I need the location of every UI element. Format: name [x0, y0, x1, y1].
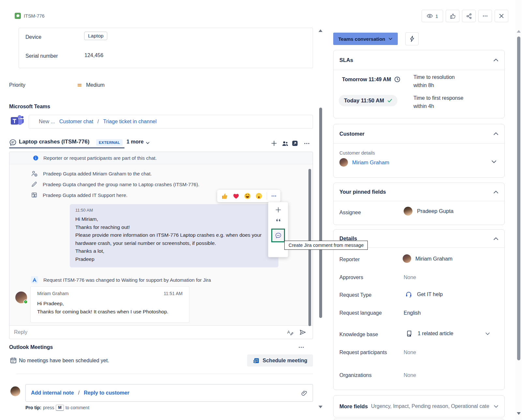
pinned-fields-header[interactable]: Your pinned fields [334, 183, 504, 201]
chat-more-icon[interactable] [304, 142, 310, 144]
scroll-thumb[interactable] [319, 108, 322, 318]
chat-bubble-icon [9, 139, 17, 146]
close-button[interactable] [495, 10, 508, 22]
outlook-calendar-icon [253, 357, 260, 364]
info-icon [33, 155, 38, 161]
customer-header[interactable]: Customer [334, 124, 504, 143]
chevron-up-icon[interactable] [493, 132, 499, 135]
chevron-down-icon[interactable] [494, 405, 499, 408]
assignee-value[interactable]: Pradeep Gupta [404, 207, 454, 216]
page-scrollbar[interactable] [516, 0, 522, 420]
priority-medium-icon [78, 83, 82, 87]
assignee-label: Assignee [339, 210, 361, 216]
heart-reaction-icon[interactable] [232, 192, 240, 200]
pencil-icon [31, 181, 37, 188]
add-internal-note-link[interactable]: Add internal note [31, 390, 74, 396]
teams-new-label: New ... [39, 119, 55, 125]
teams-conversation-button[interactable]: Teams conversation [333, 33, 398, 45]
chat-members-icon[interactable] [282, 140, 289, 147]
more-chats-dropdown[interactable]: 1 more [127, 139, 143, 145]
request-language-value[interactable]: English [404, 310, 421, 316]
chat-message-outgoing[interactable]: 11:50 AM Hi Miriam, Thanks for reaching … [70, 204, 278, 267]
schedule-meeting-label: Schedule meeting [263, 358, 307, 364]
chevron-up-icon[interactable] [493, 237, 499, 240]
active-tab-underline [9, 147, 125, 148]
sla-description: Time to first response within 4h [413, 94, 463, 110]
scroll-thumb[interactable] [517, 37, 520, 360]
like-button[interactable] [446, 10, 459, 22]
chevron-up-icon[interactable] [493, 190, 499, 194]
avatar-current-user [10, 386, 20, 396]
slas-header[interactable]: SLAs [334, 50, 504, 70]
format-icon[interactable]: A [287, 329, 294, 336]
triage-ticket-link[interactable]: Triage ticket in channel [103, 119, 157, 125]
outlook-more-icon[interactable] [298, 346, 304, 348]
automation-rules-button[interactable] [405, 32, 419, 45]
chevron-down-icon[interactable] [145, 141, 150, 145]
quote-icon[interactable] [275, 218, 281, 223]
chat-banner-text: Reporter or request participants are par… [43, 155, 157, 161]
serial-field-label: Serial number [25, 53, 58, 59]
request-type-label: Request Type [339, 292, 371, 298]
automation-icon [31, 276, 38, 283]
pinned-fields-card: Your pinned fields Assignee Pradeep Gupt… [333, 183, 505, 225]
separator: / [97, 119, 99, 125]
request-participants-label: Request participants [339, 350, 387, 355]
device-field-value[interactable]: Laptop [84, 32, 107, 40]
request-type-value[interactable]: Get IT help [405, 291, 443, 298]
reporter-value[interactable]: Miriam Graham [403, 254, 453, 263]
create-jira-comment-button[interactable] [271, 229, 285, 242]
priority-value[interactable]: Medium [86, 82, 105, 88]
organizations-value[interactable]: None [404, 372, 416, 378]
open-in-teams-icon[interactable] [291, 140, 298, 147]
external-badge: EXTERNAL [96, 139, 123, 146]
customer-chat-link[interactable]: Customer chat [59, 119, 93, 125]
scroll-up-icon[interactable] [517, 30, 521, 33]
scroll-up-icon[interactable] [319, 29, 322, 32]
schedule-meeting-button[interactable]: Schedule meeting [247, 354, 313, 367]
avatar-pradeep [404, 207, 412, 216]
chevron-down-icon[interactable] [485, 332, 490, 335]
customer-row[interactable]: Miriam Graham [339, 158, 389, 167]
comment-box[interactable]: Add internal note / Reply to customer [25, 384, 313, 402]
knowledge-base-value[interactable]: 1 related article [406, 330, 453, 337]
details-card: Details Reporter Miriam Graham Approvers… [333, 229, 505, 390]
lightning-icon [409, 36, 415, 42]
ellipsis-icon [482, 13, 488, 19]
reply-input[interactable]: Reply [14, 329, 27, 335]
message-time: 11:51 AM [164, 291, 183, 296]
scroll-down-icon[interactable] [319, 406, 322, 408]
serial-field-value[interactable]: 124,456 [84, 52, 103, 58]
chat-message-incoming[interactable]: Miriam Graham 11:51 AM Hi Pradeep, Thank… [30, 286, 189, 323]
add-reaction-icon[interactable] [275, 207, 281, 213]
more-fields-card[interactable]: More fields Urgency, Impact, Pending rea… [333, 395, 505, 417]
chat-event: Pradeep Gupta added Miriam Graham to the… [31, 170, 152, 177]
share-button[interactable] [462, 10, 476, 22]
more-actions-button[interactable] [478, 10, 492, 22]
customer-name-link[interactable]: Miriam Graham [352, 159, 389, 166]
approvers-value[interactable]: None [404, 275, 416, 280]
laughing-reaction-icon[interactable] [244, 192, 251, 200]
reporter-label: Reporter [339, 257, 360, 262]
chevron-up-icon[interactable] [493, 58, 499, 62]
avatar-miriam[interactable]: ✓ [15, 292, 27, 303]
request-participants-value[interactable]: None [404, 350, 416, 355]
sla-deadline: Tomorrow 11:49 AM [342, 76, 400, 82]
chevron-down-icon[interactable] [491, 160, 497, 163]
reply-to-customer-link[interactable]: Reply to customer [84, 390, 129, 396]
thumbs-up-reaction-icon[interactable] [221, 192, 228, 200]
thumbs-up-icon [450, 13, 456, 19]
chat-add-button[interactable] [271, 140, 277, 146]
send-icon[interactable] [299, 329, 306, 336]
more-reactions-icon[interactable] [271, 195, 276, 197]
ticket-id[interactable]: ITSM-776 [24, 13, 45, 19]
watch-button[interactable]: 1 [422, 10, 443, 22]
tab-chat-title[interactable]: Laptop crashes (ITSM-776) [19, 139, 89, 145]
scroll-down-icon[interactable] [517, 412, 521, 415]
attach-icon[interactable] [301, 390, 307, 396]
more-fields-title: More fields [339, 403, 368, 410]
surprised-reaction-icon[interactable] [255, 192, 262, 200]
check-icon [387, 98, 392, 103]
main-scrollbar[interactable] [318, 0, 323, 420]
no-meetings-text: No meetings have been scheduled yet. [19, 358, 109, 364]
